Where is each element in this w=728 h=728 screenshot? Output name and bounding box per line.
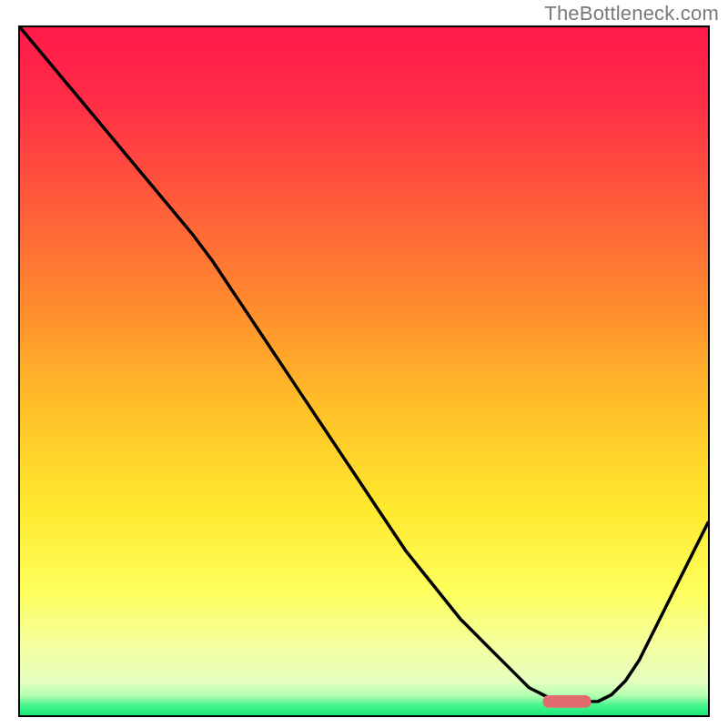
plot-area bbox=[18, 25, 710, 717]
chart-svg bbox=[20, 27, 708, 715]
watermark-text: TheBottleneck.com bbox=[544, 2, 719, 25]
optimal-marker bbox=[543, 695, 592, 708]
gradient-background bbox=[20, 27, 708, 715]
chart-stage: TheBottleneck.com bbox=[0, 0, 728, 728]
